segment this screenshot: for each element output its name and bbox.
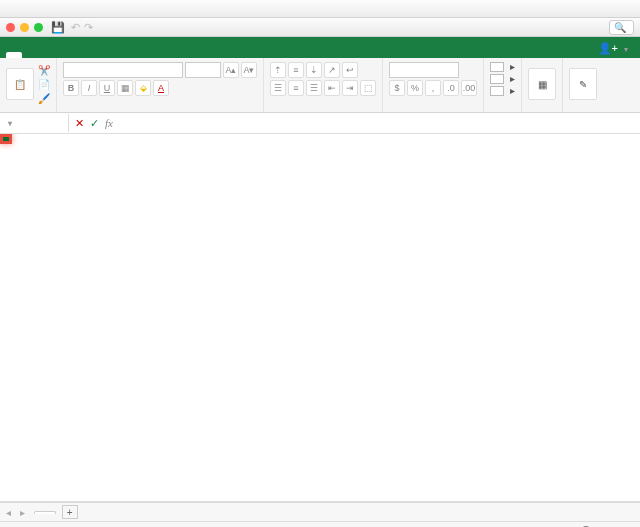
indent-dec-icon[interactable]: ⇤ (324, 80, 340, 96)
cell-styles-button[interactable]: ▸ (490, 85, 515, 96)
save-icon[interactable]: 💾 (51, 21, 65, 34)
share-button[interactable]: 👤+ ▾ (592, 39, 634, 58)
align-top-icon[interactable]: ⇡ (270, 62, 286, 78)
comma-icon[interactable]: , (425, 80, 441, 96)
enter-icon[interactable]: ✓ (90, 117, 99, 130)
ribbon: 📋 ✂️ 📄 🖌️ A▴ A▾ B I U (0, 58, 640, 113)
group-editing: ✎ (563, 58, 603, 112)
table-format-button[interactable]: ▸ (490, 73, 515, 84)
font-size-select[interactable] (185, 62, 221, 78)
cells-button[interactable]: ▦ (528, 68, 556, 100)
wrap-icon[interactable]: ↩ (342, 62, 358, 78)
number-format-select[interactable] (389, 62, 459, 78)
cut-icon[interactable]: ✂️ (38, 65, 50, 76)
paste-button[interactable]: 📋 (6, 68, 34, 100)
redo-icon[interactable]: ↷ (84, 21, 93, 34)
conditional-format-button[interactable]: ▸ (490, 61, 515, 72)
font-name-select[interactable] (63, 62, 183, 78)
fx-icon[interactable]: fx (105, 117, 113, 129)
add-sheet-button[interactable]: + (62, 505, 78, 519)
ribbon-tabs: 👤+ ▾ (0, 37, 640, 58)
search-icon: 🔍 (614, 22, 626, 33)
name-box[interactable]: ▾ (0, 114, 69, 132)
copy-icon[interactable]: 📄 (38, 79, 50, 90)
decrease-font-icon[interactable]: A▾ (241, 62, 257, 78)
status-bar: ▦ ▥ ▤ − + (0, 521, 640, 527)
group-align: ⇡ ≡ ⇣ ↗ ↩ ☰ ≡ ☰ ⇤ ⇥ ⬚ (264, 58, 383, 112)
fullscreen-button[interactable] (34, 23, 43, 32)
currency-icon[interactable]: $ (389, 80, 405, 96)
minimize-button[interactable] (20, 23, 29, 32)
bold-icon[interactable]: B (63, 80, 79, 96)
group-cells: ▦ (522, 58, 563, 112)
font-color-icon[interactable]: A (153, 80, 169, 96)
align-bot-icon[interactable]: ⇣ (306, 62, 322, 78)
underline-icon[interactable]: U (99, 80, 115, 96)
grid[interactable] (0, 134, 640, 502)
sheet-tabs: ◂ ▸ + (0, 502, 640, 521)
border-icon[interactable]: ▦ (117, 80, 133, 96)
close-button[interactable] (6, 23, 15, 32)
search-field[interactable]: 🔍 (609, 20, 634, 35)
title-bar: 💾 ↶ ↷ 🔍 (0, 18, 640, 37)
editing-button[interactable]: ✎ (569, 68, 597, 100)
cell-editor[interactable] (0, 134, 12, 144)
sheet-nav[interactable]: ◂ ▸ (6, 507, 28, 518)
italic-icon[interactable]: I (81, 80, 97, 96)
format-painter-icon[interactable]: 🖌️ (38, 93, 50, 104)
align-right-icon[interactable]: ☰ (306, 80, 322, 96)
orientation-icon[interactable]: ↗ (324, 62, 340, 78)
formula-bar-row: ▾ ✕ ✓ fx (0, 113, 640, 134)
indent-inc-icon[interactable]: ⇥ (342, 80, 358, 96)
fill-color-icon[interactable]: ⬙ (135, 80, 151, 96)
align-center-icon[interactable]: ≡ (288, 80, 304, 96)
group-clipboard: 📋 ✂️ 📄 🖌️ (0, 58, 57, 112)
increase-font-icon[interactable]: A▴ (223, 62, 239, 78)
dec-dec-icon[interactable]: .00 (461, 80, 477, 96)
merge-icon[interactable]: ⬚ (360, 80, 376, 96)
group-number: $ % , .0 .00 (383, 58, 484, 112)
group-styles: ▸ ▸ ▸ (484, 58, 522, 112)
align-mid-icon[interactable]: ≡ (288, 62, 304, 78)
align-left-icon[interactable]: ☰ (270, 80, 286, 96)
undo-icon[interactable]: ↶ (71, 21, 80, 34)
percent-icon[interactable]: % (407, 80, 423, 96)
window-controls (6, 23, 43, 32)
group-font: A▴ A▾ B I U ▦ ⬙ A (57, 58, 264, 112)
mac-menu-bar (0, 0, 640, 18)
dec-inc-icon[interactable]: .0 (443, 80, 459, 96)
sheet-tab-active[interactable] (34, 511, 56, 514)
cancel-icon[interactable]: ✕ (75, 117, 84, 130)
